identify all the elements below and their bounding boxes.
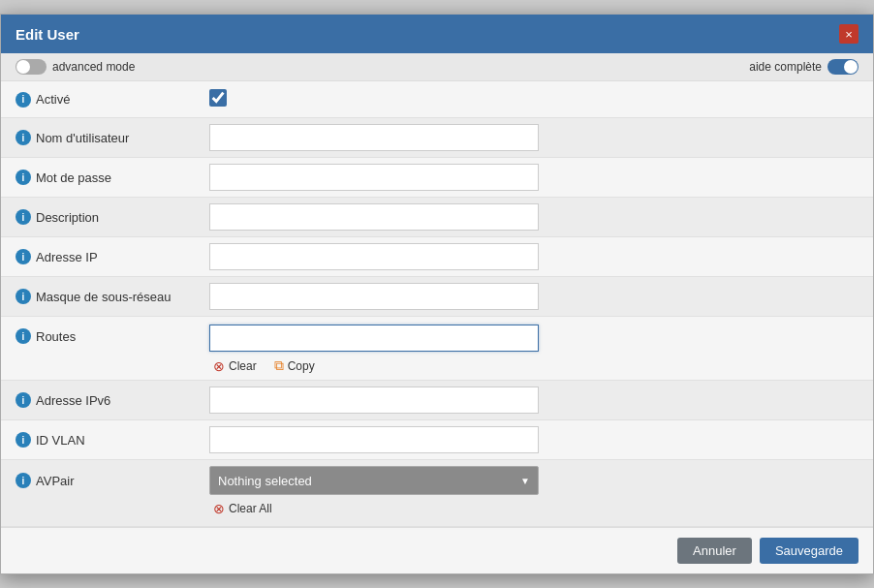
field-row-routes: i Routes ⊗ Clear ⧉ Copy: [1, 317, 873, 381]
info-icon-vlan: i: [16, 432, 31, 448]
avpair-dropdown[interactable]: Nothing selected ▼: [209, 466, 539, 495]
input-subnet: [209, 283, 858, 310]
field-row-subnet: i Masque de sous-réseau: [1, 277, 873, 317]
input-ip: [209, 243, 858, 270]
copy-button[interactable]: ⧉ Copy: [270, 356, 319, 376]
advanced-mode-toggle[interactable]: advanced mode: [16, 59, 135, 75]
label-description: i Description: [16, 209, 209, 225]
info-icon-subnet: i: [16, 289, 31, 304]
edit-user-dialog: Edit User × advanced mode aide complète …: [0, 14, 874, 574]
clear-icon: ⊗: [213, 358, 225, 374]
avpair-clear-all-icon: ⊗: [213, 501, 225, 516]
close-button[interactable]: ×: [839, 24, 858, 44]
info-icon-password: i: [16, 170, 31, 185]
username-input[interactable]: [209, 124, 539, 151]
label-username: i Nom d'utilisateur: [16, 130, 209, 145]
field-row-vlan: i ID VLAN: [1, 420, 873, 460]
aide-complete-switch[interactable]: [827, 59, 858, 75]
label-active: i Activé: [16, 92, 209, 108]
routes-section: ⊗ Clear ⧉ Copy: [209, 325, 858, 376]
info-icon-active: i: [16, 92, 31, 108]
field-row-username: i Nom d'utilisateur: [1, 118, 873, 158]
label-routes: i Routes: [16, 325, 209, 344]
label-vlan: i ID VLAN: [16, 432, 209, 448]
save-button[interactable]: Sauvegarde: [760, 538, 858, 564]
label-ipv6: i Adresse IPv6: [16, 392, 209, 408]
cancel-button[interactable]: Annuler: [677, 538, 752, 564]
input-active: [209, 89, 858, 109]
input-password: [209, 164, 858, 191]
ipv6-input[interactable]: [209, 387, 539, 414]
advanced-mode-label: advanced mode: [52, 60, 135, 74]
label-ip: i Adresse IP: [16, 249, 209, 264]
dialog-title: Edit User: [16, 26, 79, 43]
field-row-ip: i Adresse IP: [1, 237, 873, 277]
dialog-footer: Annuler Sauvegarde: [1, 527, 873, 573]
avpair-actions: ⊗ Clear All: [209, 499, 276, 518]
vlan-input[interactable]: [209, 426, 539, 453]
label-password: i Mot de passe: [16, 170, 209, 185]
label-avpair: i AVPair: [16, 473, 209, 488]
field-row-description: i Description: [1, 198, 873, 237]
avpair-clear-all-button[interactable]: ⊗ Clear All: [209, 499, 276, 518]
field-row-ipv6: i Adresse IPv6: [1, 381, 873, 420]
dropdown-arrow-icon: ▼: [520, 476, 530, 486]
info-icon-avpair: i: [16, 473, 31, 488]
copy-icon: ⧉: [274, 357, 284, 374]
input-avpair: Nothing selected ▼: [209, 466, 858, 495]
checkbox-active[interactable]: [209, 89, 227, 107]
routes-actions: ⊗ Clear ⧉ Copy: [209, 356, 858, 376]
info-icon-username: i: [16, 130, 31, 145]
field-row-password: i Mot de passe: [1, 158, 873, 198]
toolbar: advanced mode aide complète: [1, 53, 873, 81]
aide-complete-toggle[interactable]: aide complète: [749, 59, 858, 75]
info-icon-routes: i: [16, 328, 31, 344]
dialog-header: Edit User ×: [1, 15, 873, 53]
input-username: [209, 124, 858, 151]
info-icon-ipv6: i: [16, 392, 31, 408]
routes-input[interactable]: [209, 325, 539, 352]
field-row-avpair: i AVPair Nothing selected ▼ ⊗ Clear All: [1, 460, 873, 527]
subnet-input[interactable]: [209, 283, 539, 310]
info-icon-ip: i: [16, 249, 31, 264]
field-row-active: i Activé: [1, 81, 873, 118]
ip-input[interactable]: [209, 243, 539, 270]
avpair-selected-value: Nothing selected: [218, 474, 312, 488]
input-description: [209, 203, 858, 231]
aide-complete-label: aide complète: [749, 60, 822, 74]
input-vlan: [209, 426, 858, 453]
input-ipv6: [209, 387, 858, 414]
form-body: i Activé i Nom d'utilisateur i Mot de pa…: [1, 81, 873, 527]
description-input[interactable]: [209, 203, 539, 231]
clear-button[interactable]: ⊗ Clear: [209, 356, 261, 376]
advanced-mode-switch[interactable]: [16, 59, 47, 75]
label-subnet: i Masque de sous-réseau: [16, 289, 209, 304]
password-input[interactable]: [209, 164, 539, 191]
avpair-inner: i AVPair Nothing selected ▼: [16, 466, 858, 495]
info-icon-description: i: [16, 209, 31, 225]
